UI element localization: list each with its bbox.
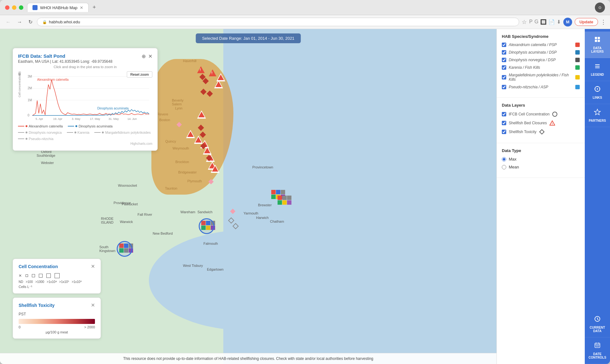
new-tab-btn[interactable]: + [90,3,98,12]
legend-dinophysis-ac: Dinophysis acuminata [68,124,113,128]
data-type-max: Max [502,157,580,161]
warning-marker-2[interactable] [209,69,216,76]
ext-icon-1[interactable]: P [529,19,533,25]
warning-marker-12[interactable] [211,165,220,173]
ext-icon-2[interactable]: G [534,19,538,25]
data-type-mean-radio[interactable] [502,165,506,169]
cell-sym-1m [55,273,60,278]
minimize-window-btn[interactable] [12,5,16,10]
update-btn[interactable]: Update [575,18,598,26]
star-icon[interactable]: ☆ [522,19,527,26]
species-alexandrium-checkbox[interactable] [502,43,506,47]
chart-menu-btn[interactable]: ≡ [18,71,21,77]
lock-icon: 🔒 [42,20,47,24]
diamond-marker-2[interactable] [208,91,212,96]
tox-close-btn[interactable]: ✕ [91,302,95,308]
diamond-marker-4[interactable] [200,75,205,79]
chart-close-btn[interactable]: ✕ [148,53,152,59]
warning-marker-1[interactable] [197,66,205,73]
ifcb-circle-2[interactable] [117,241,132,257]
species-karenia: Karenia / Fish Kills [502,65,580,70]
menu-dots[interactable]: ⋮ [601,19,606,26]
profile-avatar[interactable]: M [563,18,572,26]
chart-move-btn[interactable]: ⊕ [142,53,146,59]
back-btn[interactable]: ← [4,18,13,26]
maximize-window-btn[interactable] [19,5,23,10]
cell-conc-unit: Cells L⁻¹ [19,285,95,289]
address-bar[interactable]: 🔒 habhub.whoi.edu [37,18,519,26]
ext-icon-3[interactable]: 🔲 [540,19,547,25]
cell-concentration-legend: Cell Concentration ✕ ✕ [13,259,101,294]
ifcb-circle-1[interactable] [199,218,214,234]
nav-links[interactable]: LINKS [585,81,610,104]
data-layers-section: Data Layers IFCB Cell Concentration Shel… [497,98,585,143]
nav-date-controls[interactable]: DATE CONTROLS [585,338,610,364]
cell-sym-100 [26,274,28,277]
reset-zoom-btn[interactable]: Reset zoom [127,71,152,78]
layer-ifcb: IFCB Cell Concentration [502,111,580,117]
layer-shellfish-bed-checkbox[interactable] [502,121,506,125]
species-alexandrium-label: Alexandrium catenella / PSP [509,43,573,47]
layer-ifcb-checkbox[interactable] [502,112,506,116]
layer-ifcb-label: IFCB Cell Concentration [509,112,549,116]
outline-diamond-1[interactable] [229,218,233,223]
pink-diamond-1[interactable] [177,123,181,126]
svg-text:14. Jun: 14. Jun [127,117,137,120]
right-nav: DATA LAYERS LEGEND [585,29,610,364]
species-margalef-badge [575,75,580,79]
tab-close-btn[interactable]: ✕ [80,5,83,10]
species-margalef-label: Margalefidinium polykrikoides / Fish Kil… [509,73,573,82]
data-layers-icon [594,36,601,44]
species-dinophysis-no-checkbox[interactable] [502,58,506,62]
pink-diamond-3[interactable] [231,209,235,213]
species-pseudo-label: Pseudo-nitzschia / ASP [509,85,573,89]
close-window-btn[interactable] [5,5,9,10]
diamond-marker-7[interactable] [201,144,206,148]
warning-marker-4[interactable] [214,80,223,88]
tox-gradient [19,319,95,324]
pink-diamond-2[interactable] [209,180,213,184]
cell-sym-1000 [32,274,35,277]
cell-sym-100k [46,273,51,278]
svg-text:3. May: 3. May [72,117,80,120]
nav-actions: ☆ P G 🔲 📄 ⬇ M Update ⋮ [522,18,606,26]
species-margalef-checkbox[interactable] [502,75,506,79]
diamond-marker-3[interactable] [203,79,208,83]
species-karenia-checkbox[interactable] [502,65,506,70]
nav-data-layers[interactable]: DATA LAYERS [585,32,610,58]
shellfish-tox-icon [539,129,545,135]
svg-marker-34 [595,109,601,115]
svg-text:3M: 3M [27,75,32,78]
nav-legend[interactable]: LEGEND [585,58,610,81]
window-control-btn[interactable]: ⊙ [595,3,605,13]
species-cluster-2[interactable] [278,196,291,205]
ext-icon-5[interactable]: ⬇ [557,19,561,25]
reload-btn[interactable]: ↻ [26,18,34,26]
forward-btn[interactable]: → [15,18,24,26]
svg-rect-38 [595,343,600,348]
species-dinophysis-ac-checkbox[interactable] [502,50,506,55]
chart-area[interactable]: Reset zoom ≡ 3M 2M 1M 0 Cell concentrati… [18,71,152,122]
species-pseudo-checkbox[interactable] [502,85,506,89]
layer-shellfish-tox-checkbox[interactable] [502,130,506,134]
tab-title: WHOI HABHub Map [40,5,77,10]
browser-tab[interactable]: WHOI HABHub Map ✕ [27,3,89,12]
diamond-marker-8[interactable] [207,156,211,160]
cell-conc-close-btn[interactable]: ✕ [91,263,95,269]
svg-rect-24 [598,40,600,42]
tab-bar: WHOI HABHub Map ✕ + [27,3,591,12]
data-type-max-radio[interactable] [502,157,506,161]
warning-marker-6[interactable] [186,130,195,138]
diamond-marker-1[interactable] [201,90,206,94]
tab-favicon [32,5,38,10]
nav-partners[interactable]: PARTNERS [585,104,610,127]
ext-icon-4[interactable]: 📄 [548,19,555,25]
nav-current-data[interactable]: CURRENT DATA [585,311,610,338]
map-container[interactable]: Selected Date Range: Jan 01, 2014 - Jun … [0,29,496,364]
layer-shellfish-tox-label: Shellfish Toxicity [509,130,537,134]
diamond-marker-5[interactable] [199,126,203,130]
current-data-icon [594,315,601,324]
warning-marker-5[interactable] [197,110,206,119]
outline-diamond-2[interactable] [233,224,238,228]
diamond-marker-6[interactable] [201,132,205,137]
